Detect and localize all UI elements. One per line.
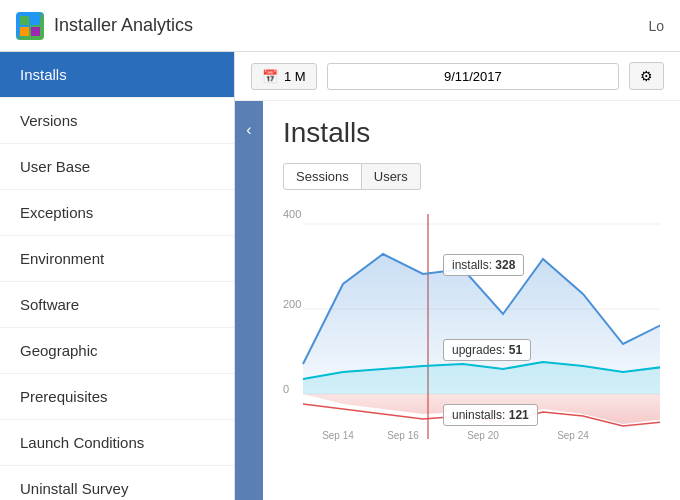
content-area: Installs SessionsUsers 400 200 0 xyxy=(263,101,680,500)
sidebar-item-user-base[interactable]: User Base xyxy=(0,144,234,190)
svg-rect-3 xyxy=(31,27,40,36)
app-title: Installer Analytics xyxy=(54,15,193,36)
sidebar-item-prerequisites[interactable]: Prerequisites xyxy=(0,374,234,420)
logout-link[interactable]: Lo xyxy=(648,18,664,34)
sidebar-item-launch-conditions[interactable]: Launch Conditions xyxy=(0,420,234,466)
sidebar-item-exceptions[interactable]: Exceptions xyxy=(0,190,234,236)
sidebar-item-installs[interactable]: Installs xyxy=(0,52,234,98)
settings-icon: ⚙ xyxy=(640,68,653,84)
svg-text:Sep 24: Sep 24 xyxy=(557,430,589,441)
svg-text:Sep 20: Sep 20 xyxy=(467,430,499,441)
header-left: Installer Analytics xyxy=(16,12,193,40)
page-title: Installs xyxy=(283,117,660,149)
sidebar-item-uninstall-survey[interactable]: Uninstall Survey xyxy=(0,466,234,500)
settings-button[interactable]: ⚙ xyxy=(629,62,664,90)
sidebar-item-geographic[interactable]: Geographic xyxy=(0,328,234,374)
chevron-left-icon: ‹ xyxy=(246,121,251,139)
chart-svg: Sep 14 Sep 16 Sep 20 Sep 24 S xyxy=(283,204,660,444)
svg-rect-2 xyxy=(20,27,29,36)
app-header: Installer Analytics Lo xyxy=(0,0,680,52)
svg-text:Sep 14: Sep 14 xyxy=(322,430,354,441)
sidebar-item-environment[interactable]: Environment xyxy=(0,236,234,282)
tab-users[interactable]: Users xyxy=(362,163,421,190)
period-selector[interactable]: 📅 1 M xyxy=(251,63,317,90)
svg-text:Sep 16: Sep 16 xyxy=(387,430,419,441)
sidebar-item-software[interactable]: Software xyxy=(0,282,234,328)
tab-bar: SessionsUsers xyxy=(283,163,660,190)
tab-sessions[interactable]: Sessions xyxy=(283,163,362,190)
sidebar: InstallsVersionsUser BaseExceptionsEnvir… xyxy=(0,52,235,500)
sidebar-item-versions[interactable]: Versions xyxy=(0,98,234,144)
period-label: 1 M xyxy=(284,69,306,84)
toolbar: 📅 1 M 9/11/2017 ⚙ xyxy=(235,52,680,101)
calendar-icon: 📅 xyxy=(262,69,278,84)
date-display[interactable]: 9/11/2017 xyxy=(327,63,619,90)
svg-rect-1 xyxy=(31,16,40,25)
installs-chart: 400 200 0 xyxy=(283,204,660,444)
collapse-button[interactable]: ‹ xyxy=(235,101,263,500)
main-layout: InstallsVersionsUser BaseExceptionsEnvir… xyxy=(0,52,680,500)
app-logo xyxy=(16,12,44,40)
svg-rect-0 xyxy=(20,16,29,25)
main-panel: 📅 1 M 9/11/2017 ⚙ ‹ Installs SessionsUse… xyxy=(235,52,680,500)
page-area: ‹ Installs SessionsUsers 400 200 0 xyxy=(235,101,680,500)
